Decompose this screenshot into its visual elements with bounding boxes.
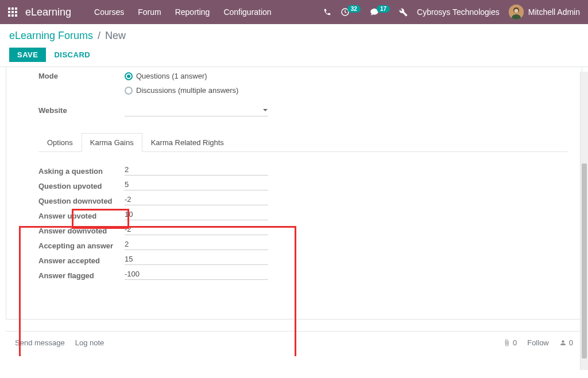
karma-label: Answer accepted — [38, 256, 125, 265]
messages-badge: 17 — [377, 5, 390, 13]
radio-icon — [125, 87, 133, 95]
breadcrumb-sep: / — [98, 30, 100, 42]
karma-answer-upvoted[interactable] — [125, 208, 268, 220]
karma-label: Answer upvoted — [38, 212, 125, 220]
karma-row: Answer downvoted — [38, 223, 568, 235]
svg-point-13 — [514, 9, 518, 13]
chatter-bar: Send message Log note 0 Follow 0 — [6, 331, 582, 350]
brand-title[interactable]: eLearning — [25, 6, 71, 18]
tab-karma-gains[interactable]: Karma Gains — [82, 133, 142, 152]
main-menu: Courses Forum Reporting Configuration — [94, 7, 272, 17]
attachments-count: 0 — [513, 338, 517, 347]
mode-radio-questions[interactable]: Questions (1 answer) — [125, 71, 274, 81]
menu-configuration[interactable]: Configuration — [223, 7, 271, 17]
messages-icon[interactable]: 17 — [370, 7, 390, 17]
karma-label: Answer downvoted — [38, 227, 125, 235]
tab-karma-rights[interactable]: Karma Related Rights — [142, 133, 233, 152]
mode-option-discussions: Discussions (multiple answers) — [136, 86, 238, 95]
karma-label: Answer flagged — [38, 271, 125, 280]
svg-rect-7 — [11, 14, 14, 17]
send-message-button[interactable]: Send message — [15, 338, 65, 347]
scrollbar[interactable] — [580, 72, 588, 356]
radio-icon — [125, 72, 133, 80]
karma-row: Question downvoted — [38, 193, 568, 205]
karma-row: Accepting an answer — [38, 238, 568, 250]
top-navbar: eLearning Courses Forum Reporting Config… — [0, 0, 588, 24]
karma-answer-downvoted[interactable] — [125, 223, 268, 235]
mode-radio-discussions[interactable]: Discussions (multiple answers) — [125, 85, 274, 96]
menu-forum[interactable]: Forum — [138, 7, 161, 17]
menu-courses[interactable]: Courses — [94, 7, 124, 17]
activities-icon[interactable]: 32 — [341, 7, 361, 17]
mode-label: Mode — [38, 72, 125, 80]
discard-button[interactable]: DISCARD — [54, 50, 90, 59]
karma-question-upvoted[interactable] — [125, 178, 268, 190]
karma-asking-question[interactable] — [125, 163, 268, 176]
karma-row: Question upvoted — [38, 178, 568, 190]
chevron-down-icon — [262, 107, 268, 113]
menu-reporting[interactable]: Reporting — [175, 7, 210, 17]
follow-button[interactable]: Follow — [527, 338, 549, 347]
user-name: Mitchell Admin — [528, 7, 580, 17]
company-name[interactable]: Cybrosys Technologies — [417, 7, 500, 17]
svg-rect-2 — [15, 7, 17, 10]
tab-content-karma-gains: Asking a question Question upvoted Quest… — [38, 152, 568, 292]
karma-label: Accepting an answer — [38, 241, 125, 250]
followers-button[interactable]: 0 — [559, 338, 573, 347]
karma-answer-accepted[interactable] — [125, 253, 268, 265]
control-panel: eLearning Forums / New SAVE DISCARD — [0, 24, 588, 67]
svg-rect-8 — [15, 14, 17, 17]
svg-rect-3 — [8, 11, 10, 13]
website-select[interactable] — [125, 104, 268, 116]
apps-icon[interactable] — [8, 7, 17, 17]
scrollbar-thumb[interactable] — [582, 163, 587, 356]
breadcrumb-root[interactable]: eLearning Forums — [9, 30, 93, 42]
karma-row: Answer flagged — [38, 268, 568, 280]
karma-label: Question upvoted — [38, 182, 125, 190]
karma-question-downvoted[interactable] — [125, 193, 268, 205]
karma-row: Answer upvoted — [38, 208, 568, 220]
svg-rect-1 — [11, 7, 14, 10]
karma-row: Answer accepted — [38, 253, 568, 265]
followers-count: 0 — [569, 338, 573, 347]
log-note-button[interactable]: Log note — [75, 338, 105, 347]
user-menu[interactable]: Mitchell Admin — [509, 5, 580, 20]
tools-icon[interactable] — [399, 8, 408, 17]
tab-options[interactable]: Options — [38, 133, 82, 152]
karma-answer-flagged[interactable] — [125, 268, 268, 280]
karma-label: Asking a question — [38, 167, 125, 176]
svg-rect-6 — [8, 14, 10, 17]
karma-label: Question downvoted — [38, 197, 125, 205]
karma-row: Asking a question — [38, 163, 568, 176]
website-label: Website — [38, 106, 125, 115]
save-button[interactable]: SAVE — [9, 48, 46, 62]
attachments-button[interactable]: 0 — [503, 338, 517, 347]
activities-badge: 32 — [347, 5, 361, 13]
svg-rect-5 — [15, 11, 17, 13]
phone-icon[interactable] — [323, 8, 331, 16]
breadcrumb: eLearning Forums / New — [9, 30, 579, 42]
svg-rect-4 — [11, 11, 14, 13]
svg-rect-0 — [8, 7, 10, 10]
breadcrumb-current: New — [105, 30, 126, 42]
form-tabs: Options Karma Gains Karma Related Rights — [38, 133, 568, 152]
karma-accepting-answer[interactable] — [125, 238, 268, 250]
mode-option-questions: Questions (1 answer) — [136, 72, 207, 80]
avatar — [509, 5, 524, 20]
form-view: Mode Questions (1 answer) Discussions (m… — [0, 67, 588, 356]
